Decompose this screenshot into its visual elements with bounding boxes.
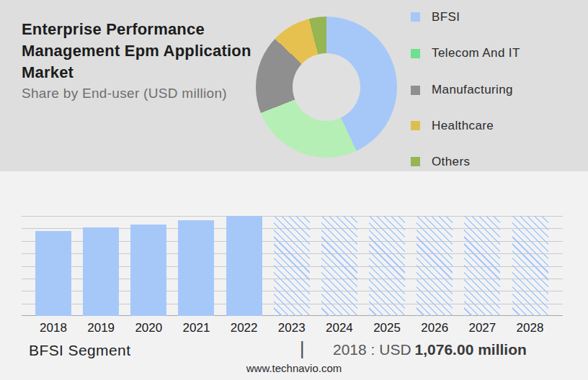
bar-2018 bbox=[35, 231, 71, 316]
legend-label: BFSI bbox=[432, 10, 460, 24]
x-label-2021: 2021 bbox=[171, 321, 221, 335]
forecast-bar-2028 bbox=[512, 216, 548, 316]
x-label-2025: 2025 bbox=[362, 321, 412, 335]
forecast-bar-2026 bbox=[416, 216, 453, 316]
legend-swatch-bfsi bbox=[411, 12, 420, 22]
x-label-2026: 2026 bbox=[409, 321, 460, 335]
legend-label: Manufacturing bbox=[432, 83, 513, 97]
forecast-bar-2024 bbox=[321, 216, 357, 316]
page-title: Enterprise Performance Management Epm Ap… bbox=[22, 19, 261, 83]
bar-2022 bbox=[226, 216, 262, 316]
page-subtitle: Share by End-user (USD million) bbox=[22, 86, 267, 101]
x-label-2019: 2019 bbox=[76, 321, 126, 335]
legend-swatch-manufacturing bbox=[411, 86, 420, 95]
legend-item-healthcare: Healthcare bbox=[411, 119, 494, 132]
value-callout: 2018 : USD1,076.00 million bbox=[333, 341, 527, 358]
bar-2021 bbox=[178, 220, 214, 316]
forecast-bar-2023 bbox=[274, 216, 310, 316]
callout-prefix: 2018 : USD bbox=[333, 341, 411, 358]
x-label-2020: 2020 bbox=[123, 321, 174, 335]
x-label-2022: 2022 bbox=[219, 321, 270, 335]
legend-label: Others bbox=[432, 155, 470, 169]
donut-legend: BFSITelecom And ITManufacturingHealthcar… bbox=[411, 0, 584, 171]
legend-item-others: Others bbox=[411, 155, 470, 168]
forecast-bar-2027 bbox=[464, 216, 500, 316]
website-link[interactable]: www.technavio.com bbox=[0, 362, 588, 374]
bar-2020 bbox=[130, 225, 166, 316]
legend-label: Healthcare bbox=[432, 119, 494, 133]
legend-item-manufacturing: Manufacturing bbox=[411, 83, 513, 97]
x-label-2023: 2023 bbox=[267, 321, 317, 335]
donut-hole bbox=[293, 53, 360, 121]
bar-chart: 2018201920202021202220232024202520262027… bbox=[22, 216, 563, 316]
forecast-bar-2025 bbox=[369, 216, 405, 316]
infographic: Enterprise Performance Management Epm Ap… bbox=[0, 0, 588, 380]
legend-item-telecom-and-it: Telecom And IT bbox=[411, 47, 520, 60]
legend-swatch-others bbox=[411, 157, 420, 166]
donut-chart bbox=[256, 17, 397, 158]
callout-value: 1,076.00 million bbox=[415, 341, 527, 358]
legend-label: Telecom And IT bbox=[432, 46, 520, 60]
separator-bar: | bbox=[300, 338, 305, 359]
x-label-2027: 2027 bbox=[457, 321, 507, 335]
x-label-2028: 2028 bbox=[505, 321, 556, 335]
x-label-2024: 2024 bbox=[314, 321, 365, 335]
x-label-2018: 2018 bbox=[28, 321, 79, 335]
segment-label: BFSI Segment bbox=[29, 342, 130, 359]
legend-item-bfsi: BFSI bbox=[411, 10, 460, 24]
legend-swatch-telecom-and-it bbox=[411, 49, 420, 58]
bar-2019 bbox=[83, 227, 119, 316]
legend-swatch-healthcare bbox=[411, 121, 420, 130]
